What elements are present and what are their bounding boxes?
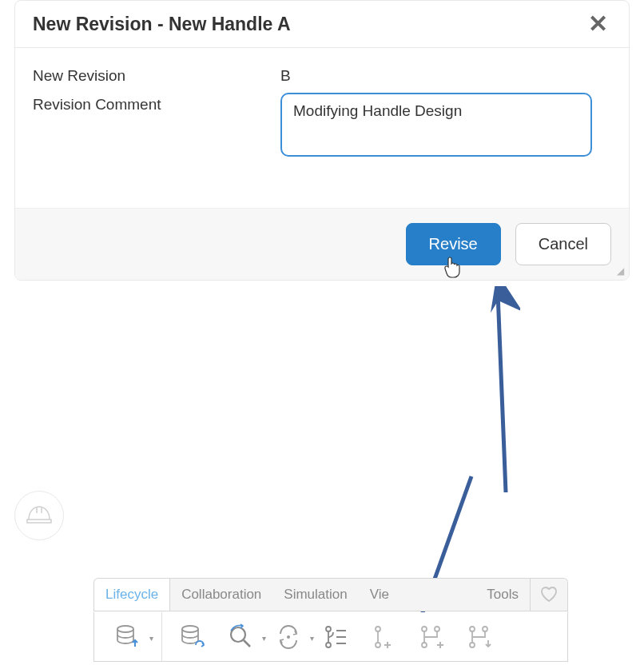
merge-down-icon xyxy=(466,623,495,651)
cycle-icon xyxy=(274,623,303,651)
resize-handle-icon[interactable]: ◢ xyxy=(617,265,624,277)
search-button[interactable]: ▾ xyxy=(221,618,260,656)
branch-add-button[interactable] xyxy=(365,618,403,656)
revision-comment-label: Revision Comment xyxy=(33,93,280,113)
svg-point-13 xyxy=(376,643,380,647)
tab-collaboration[interactable]: Collaboration xyxy=(170,579,272,611)
dialog-body: New Revision B Revision Comment xyxy=(15,48,629,208)
dropdown-caret-icon: ▾ xyxy=(262,634,266,643)
svg-point-4 xyxy=(231,627,245,642)
close-icon: ✕ xyxy=(588,10,608,37)
revise-button[interactable]: Revise xyxy=(406,223,501,265)
tab-strip: Lifecycle Collaboration Simulation Vie T… xyxy=(94,579,567,611)
branch-list-button[interactable] xyxy=(317,618,356,656)
svg-point-17 xyxy=(470,627,475,631)
svg-point-16 xyxy=(435,627,439,631)
cancel-button[interactable]: Cancel xyxy=(515,223,611,265)
form-row-revision: New Revision B xyxy=(33,64,611,85)
svg-line-0 xyxy=(498,293,506,492)
svg-point-19 xyxy=(483,627,487,631)
merge-add-button[interactable] xyxy=(413,618,451,656)
lifecycle-toolbar: ▾ ▾ ▾ xyxy=(93,612,568,662)
svg-point-3 xyxy=(182,626,198,632)
bottom-tab-panel: Lifecycle Collaboration Simulation Vie T… xyxy=(93,578,568,611)
svg-point-15 xyxy=(422,643,427,647)
new-revision-label: New Revision xyxy=(33,64,280,85)
hardhat-badge[interactable] xyxy=(14,491,64,540)
branch-add-icon xyxy=(370,623,399,651)
database-up-icon xyxy=(113,623,142,651)
tab-favorite[interactable] xyxy=(530,579,567,611)
close-button[interactable]: ✕ xyxy=(585,12,611,36)
tab-tools[interactable]: Tools xyxy=(475,579,530,611)
annotation-arrow-up xyxy=(488,286,520,494)
svg-point-12 xyxy=(376,627,380,631)
heart-icon xyxy=(540,587,558,603)
new-revision-dialog: New Revision - New Handle A ✕ New Revisi… xyxy=(14,0,630,281)
svg-line-5 xyxy=(244,640,250,647)
dropdown-caret-icon: ▾ xyxy=(149,634,153,643)
svg-point-2 xyxy=(117,626,133,632)
revision-comment-value-wrap xyxy=(280,93,592,160)
tab-simulation[interactable]: Simulation xyxy=(272,579,358,611)
tab-view[interactable]: Vie xyxy=(359,579,400,611)
dialog-footer: Revise Cancel ◢ xyxy=(15,208,629,280)
revision-comment-input[interactable] xyxy=(280,93,592,157)
toolbar-group-1: ▾ xyxy=(94,612,162,661)
svg-point-14 xyxy=(422,627,427,631)
merge-add-icon xyxy=(418,623,447,651)
dialog-header: New Revision - New Handle A ✕ xyxy=(15,1,629,48)
database-up-button[interactable]: ▾ xyxy=(109,618,147,656)
svg-point-8 xyxy=(326,643,331,647)
dialog-title: New Revision - New Handle A xyxy=(33,14,291,35)
search-icon xyxy=(226,623,255,651)
database-refresh-icon xyxy=(178,623,207,651)
hardhat-icon xyxy=(26,504,53,528)
svg-point-18 xyxy=(470,643,475,647)
tab-lifecycle[interactable]: Lifecycle xyxy=(94,579,170,611)
merge-down-button[interactable] xyxy=(461,618,499,656)
dropdown-caret-icon: ▾ xyxy=(310,634,314,643)
toolbar-group-2: ▾ ▾ xyxy=(162,612,514,661)
branch-list-icon xyxy=(322,623,351,651)
database-refresh-button[interactable] xyxy=(173,618,212,656)
cycle-button[interactable]: ▾ xyxy=(269,618,308,656)
form-row-comment: Revision Comment xyxy=(33,93,611,160)
svg-point-7 xyxy=(326,627,331,631)
new-revision-value: B xyxy=(280,64,291,85)
svg-point-6 xyxy=(287,635,290,639)
